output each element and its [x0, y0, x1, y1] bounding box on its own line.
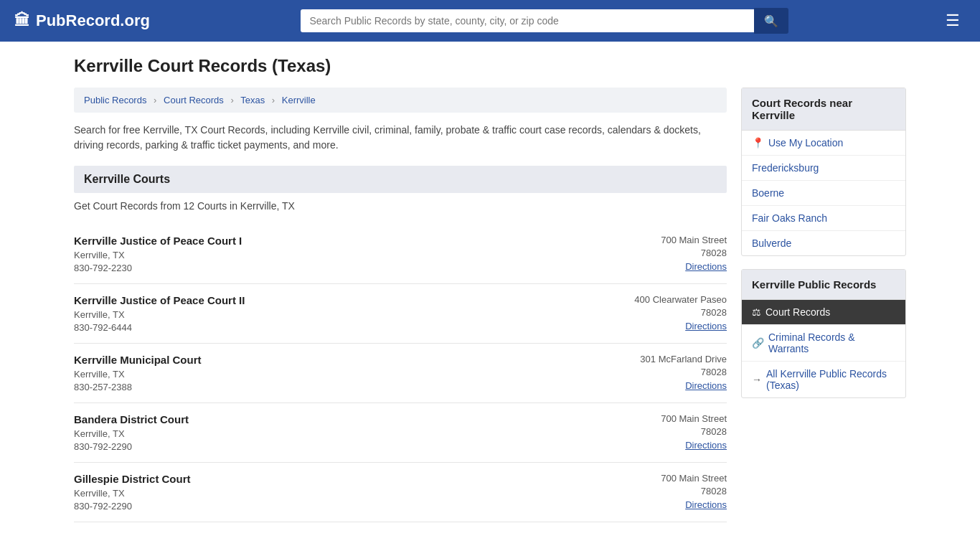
court-phone: 830-792-2230	[74, 263, 242, 273]
page-title: Kerrville Court Records (Texas)	[74, 56, 906, 76]
pr-icon: 🔗	[752, 337, 764, 349]
breadcrumb-public-records[interactable]: Public Records	[84, 95, 146, 105]
search-button[interactable]: 🔍	[754, 8, 788, 34]
nearby-location-item[interactable]: Fredericksburg	[742, 156, 905, 181]
court-phone: 830-792-2290	[74, 441, 189, 452]
nearby-location-link[interactable]: Fair Oaks Ranch	[752, 212, 827, 224]
court-street: 700 Main Street	[661, 235, 727, 245]
court-name: Bandera District Court	[74, 413, 189, 425]
main-content: Public Records › Court Records › Texas ›…	[74, 88, 727, 522]
sidebar-nearby: Court Records near Kerrville 📍 Use My Lo…	[741, 88, 906, 256]
court-address: 700 Main Street 78028 Directions	[661, 473, 727, 510]
breadcrumb: Public Records › Court Records › Texas ›…	[74, 88, 727, 113]
court-street: 301 McFarland Drive	[640, 354, 727, 364]
sidebar: Court Records near Kerrville 📍 Use My Lo…	[741, 88, 906, 398]
logo-text: PubRecord.org	[36, 11, 150, 30]
court-name: Kerrville Justice of Peace Court II	[74, 294, 245, 306]
nearby-location-link[interactable]: Fredericksburg	[752, 162, 819, 174]
breadcrumb-sep-2: ›	[230, 95, 233, 105]
pr-icon: ⚖	[752, 306, 761, 318]
nearby-header-text: Court Records near Kerrville	[752, 97, 852, 121]
directions-link[interactable]: Directions	[661, 499, 727, 510]
nearby-list: 📍 Use My Location FredericksburgBoerneFa…	[742, 131, 905, 255]
pr-label: All Kerrville Public Records (Texas)	[766, 368, 895, 391]
court-info: Bandera District Court Kerrville, TX 830…	[74, 413, 189, 452]
menu-icon: ☰	[946, 11, 960, 29]
pr-label: Court Records	[765, 306, 830, 318]
court-street: 700 Main Street	[661, 413, 727, 424]
court-address: 301 McFarland Drive 78028 Directions	[640, 354, 727, 391]
public-record-item[interactable]: ⚖ Court Records	[742, 300, 905, 325]
use-my-location-item[interactable]: 📍 Use My Location	[742, 131, 905, 156]
court-zip: 78028	[661, 426, 727, 437]
site-logo[interactable]: 🏛 PubRecord.org	[14, 11, 150, 30]
breadcrumb-kerrville[interactable]: Kerrville	[282, 95, 316, 105]
court-city: Kerrville, TX	[74, 309, 245, 320]
court-street: 700 Main Street	[661, 473, 727, 484]
nearby-location-link[interactable]: Boerne	[752, 187, 784, 199]
directions-link[interactable]: Directions	[634, 321, 727, 331]
breadcrumb-sep-1: ›	[154, 95, 156, 105]
court-city: Kerrville, TX	[74, 488, 191, 499]
directions-link[interactable]: Directions	[640, 380, 727, 391]
directions-link[interactable]: Directions	[661, 261, 727, 272]
courts-count: Get Court Records from 12 Courts in Kerr…	[74, 200, 727, 212]
court-phone: 830-792-2290	[74, 501, 191, 512]
search-icon: 🔍	[764, 15, 778, 27]
nearby-location-item[interactable]: Bulverde	[742, 231, 905, 255]
court-entry: Bandera District Court Kerrville, TX 830…	[74, 403, 727, 463]
menu-button[interactable]: ☰	[940, 9, 966, 33]
directions-link[interactable]: Directions	[661, 440, 727, 451]
court-info: Kerrville Municipal Court Kerrville, TX …	[74, 354, 202, 392]
breadcrumb-court-records[interactable]: Court Records	[164, 95, 224, 105]
court-phone: 830-257-2388	[74, 382, 202, 392]
court-name: Gillespie District Court	[74, 473, 191, 485]
court-entry: Kerrville Municipal Court Kerrville, TX …	[74, 344, 727, 403]
court-zip: 78028	[661, 248, 727, 258]
content-layout: Public Records › Court Records › Texas ›…	[74, 88, 906, 522]
page-wrapper: Kerrville Court Records (Texas) Public R…	[60, 42, 920, 537]
court-city: Kerrville, TX	[74, 250, 242, 260]
sidebar-pr-header: Kerrville Public Records	[742, 270, 905, 300]
search-input[interactable]	[301, 9, 754, 32]
site-header: 🏛 PubRecord.org 🔍 ☰	[0, 0, 980, 42]
public-record-link[interactable]: ⚖ Court Records	[752, 306, 895, 318]
public-record-link[interactable]: → All Kerrville Public Records (Texas)	[752, 368, 895, 391]
court-entry: Kerrville Justice of Peace Court I Kerrv…	[74, 225, 727, 284]
sidebar-public-records: Kerrville Public Records ⚖ Court Records…	[741, 269, 906, 398]
court-info: Kerrville Justice of Peace Court I Kerrv…	[74, 235, 242, 273]
sidebar-nearby-header: Court Records near Kerrville	[742, 88, 905, 131]
nearby-location-item[interactable]: Fair Oaks Ranch	[742, 206, 905, 231]
public-record-link[interactable]: 🔗 Criminal Records & Warrants	[752, 331, 895, 354]
search-area: 🔍	[301, 8, 788, 34]
court-entry: Gillespie District Court Kerrville, TX 8…	[74, 463, 727, 522]
nearby-location-item[interactable]: Boerne	[742, 181, 905, 206]
court-zip: 78028	[634, 307, 727, 318]
public-record-item[interactable]: 🔗 Criminal Records & Warrants	[742, 325, 905, 362]
court-address: 700 Main Street 78028 Directions	[661, 413, 727, 451]
pr-label: Criminal Records & Warrants	[768, 331, 895, 354]
court-phone: 830-792-6444	[74, 322, 245, 333]
pr-icon: →	[752, 374, 762, 385]
court-city: Kerrville, TX	[74, 428, 189, 439]
court-address: 700 Main Street 78028 Directions	[661, 235, 727, 272]
court-name: Kerrville Justice of Peace Court I	[74, 235, 242, 247]
court-name: Kerrville Municipal Court	[74, 354, 202, 366]
public-record-item[interactable]: → All Kerrville Public Records (Texas)	[742, 362, 905, 397]
court-street: 400 Clearwater Paseo	[634, 294, 727, 305]
court-info: Gillespie District Court Kerrville, TX 8…	[74, 473, 191, 512]
courts-list: Kerrville Justice of Peace Court I Kerrv…	[74, 225, 727, 522]
courts-section-header: Kerrville Courts	[74, 166, 727, 193]
breadcrumb-sep-3: ›	[272, 95, 275, 105]
public-records-list: ⚖ Court Records 🔗 Criminal Records & War…	[742, 300, 905, 397]
use-my-location-link[interactable]: Use My Location	[768, 137, 843, 149]
court-entry: Kerrville Justice of Peace Court II Kerr…	[74, 284, 727, 344]
pr-header-text: Kerrville Public Records	[752, 278, 876, 291]
page-description: Search for free Kerrville, TX Court Reco…	[74, 123, 727, 153]
breadcrumb-texas[interactable]: Texas	[240, 95, 265, 105]
court-zip: 78028	[640, 367, 727, 377]
nearby-location-link[interactable]: Bulverde	[752, 237, 791, 249]
court-info: Kerrville Justice of Peace Court II Kerr…	[74, 294, 245, 333]
court-city: Kerrville, TX	[74, 369, 202, 380]
logo-icon: 🏛	[14, 11, 30, 30]
